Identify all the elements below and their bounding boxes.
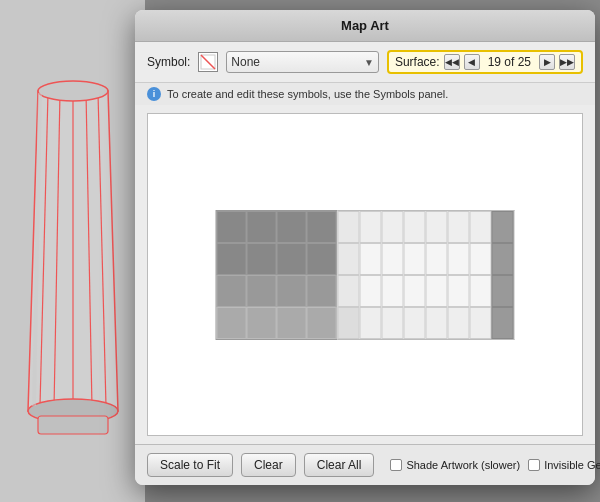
clear-all-button[interactable]: Clear All [304, 453, 375, 477]
grid-cell [492, 307, 514, 339]
grid-right [338, 210, 515, 340]
symbol-select[interactable]: None ▼ [226, 51, 379, 73]
grid-cell [338, 307, 360, 339]
svg-point-5 [38, 81, 108, 101]
grid-cell [307, 243, 337, 275]
grid-cell [338, 275, 360, 307]
grid-cell [382, 211, 404, 243]
grid-cell [470, 243, 492, 275]
grid-cell [492, 243, 514, 275]
grid-cell [470, 275, 492, 307]
symbol-icon [198, 52, 218, 72]
grid-cell [404, 243, 426, 275]
grid-cell [247, 307, 277, 339]
scale-to-fit-button[interactable]: Scale to Fit [147, 453, 233, 477]
grid-cell [307, 211, 337, 243]
grid-cell [247, 275, 277, 307]
grid-cell [307, 307, 337, 339]
info-bar: i To create and edit these symbols, use … [135, 83, 595, 105]
grid-cell [382, 243, 404, 275]
toolbar: Symbol: None ▼ Surface: ◀◀ ◀ 19 of 25 ▶ … [135, 42, 595, 83]
shade-artwork-label: Shade Artwork (slower) [406, 459, 520, 471]
grid-cell [448, 307, 470, 339]
grid-cell [338, 243, 360, 275]
grid-cell [382, 275, 404, 307]
grid-cell [277, 275, 307, 307]
surface-box: Surface: ◀◀ ◀ 19 of 25 ▶ ▶▶ [387, 50, 583, 74]
chevron-down-icon: ▼ [364, 57, 374, 68]
grid-cell [217, 275, 247, 307]
grid-cell [448, 275, 470, 307]
grid-cell [426, 275, 448, 307]
grid-cell [338, 211, 360, 243]
grid-cell [470, 307, 492, 339]
grid-cell [277, 307, 307, 339]
grid-cell [277, 243, 307, 275]
grid-cell [426, 307, 448, 339]
grid-cell [360, 243, 382, 275]
cup-illustration [18, 61, 128, 441]
grid-cell [492, 211, 514, 243]
invisible-geometry-group: Invisible Geometry [528, 459, 600, 471]
grid-cell [404, 275, 426, 307]
surface-next-button[interactable]: ▶ [539, 54, 555, 70]
cup-area [0, 0, 145, 502]
surface-count: 19 of 25 [484, 55, 535, 69]
grid-cell [307, 275, 337, 307]
grid-cell [217, 307, 247, 339]
grid-cell [217, 211, 247, 243]
grid-cell [360, 307, 382, 339]
shade-artwork-checkbox[interactable] [390, 459, 402, 471]
grid-cell [470, 211, 492, 243]
map-art-dialog: Map Art Symbol: None ▼ Surface: ◀◀ ◀ 19 … [135, 10, 595, 485]
symbol-select-value: None [231, 55, 260, 69]
grid-cell [360, 211, 382, 243]
invisible-geometry-label: Invisible Geometry [544, 459, 600, 471]
canvas-area [147, 113, 583, 436]
surface-first-button[interactable]: ◀◀ [444, 54, 460, 70]
grid-left [216, 210, 338, 340]
grid-cell [360, 275, 382, 307]
info-text: To create and edit these symbols, use th… [167, 88, 448, 100]
surface-prev-button[interactable]: ◀ [464, 54, 480, 70]
grid-cell [492, 275, 514, 307]
grid-cell [247, 211, 277, 243]
grid-cell [247, 243, 277, 275]
clear-button[interactable]: Clear [241, 453, 296, 477]
grid-cell [382, 307, 404, 339]
grid-cell [277, 211, 307, 243]
grid-cell [426, 211, 448, 243]
grid-cell [448, 211, 470, 243]
info-icon: i [147, 87, 161, 101]
dialog-title: Map Art [135, 10, 595, 42]
grid-cell [426, 243, 448, 275]
grid-cell [404, 307, 426, 339]
grid-cell [404, 211, 426, 243]
grid-cell [217, 243, 247, 275]
surface-last-button[interactable]: ▶▶ [559, 54, 575, 70]
svg-rect-7 [38, 416, 108, 434]
surface-label: Surface: [395, 55, 440, 69]
invisible-geometry-checkbox[interactable] [528, 459, 540, 471]
grid-cell [448, 243, 470, 275]
bottom-bar: Scale to Fit Clear Clear All Shade Artwo… [135, 444, 595, 485]
symbol-label: Symbol: [147, 55, 190, 69]
shade-artwork-group: Shade Artwork (slower) [390, 459, 520, 471]
